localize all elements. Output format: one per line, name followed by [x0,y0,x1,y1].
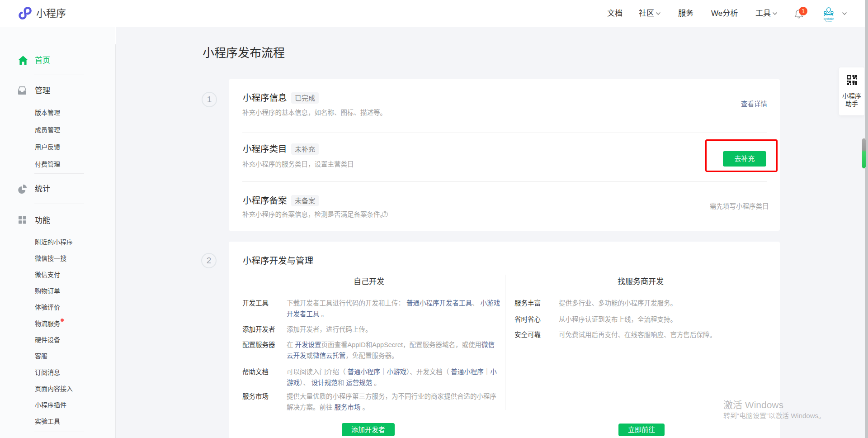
svg-text:kychakr: kychakr [824,17,834,21]
svg-text:kt kyzhn: kt kyzhn [826,21,832,23]
